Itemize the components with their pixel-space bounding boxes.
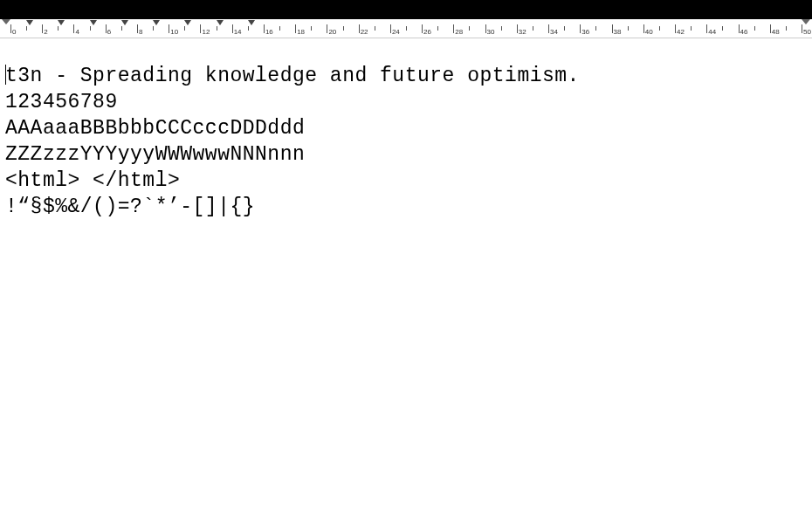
tab-stop-marker[interactable]	[184, 20, 191, 27]
svg-marker-9	[802, 19, 810, 24]
ruler-tick-minor	[437, 26, 438, 31]
ruler-tick-minor	[311, 26, 312, 31]
line-text: 123456789	[5, 91, 118, 113]
ruler-tick-major	[359, 24, 360, 33]
ruler-label: 6	[107, 28, 111, 36]
ruler-tick-minor	[501, 26, 502, 31]
ruler-tick-major	[327, 24, 327, 33]
ruler-tick-minor	[691, 26, 692, 31]
ruler-label: 38	[614, 28, 622, 36]
ruler-label: 44	[708, 28, 716, 36]
ruler-tick-major	[675, 24, 676, 33]
ruler-tick-minor	[375, 26, 375, 31]
ruler-tick-minor	[406, 26, 407, 31]
left-margin-marker[interactable]	[2, 19, 10, 28]
ruler-tick-major	[169, 24, 169, 33]
document-line: 123456789	[5, 89, 807, 115]
ruler-tick-minor	[628, 26, 629, 31]
ruler-tick-major	[390, 24, 391, 33]
ruler-tick-minor	[533, 26, 533, 31]
ruler-tick-minor	[786, 26, 787, 31]
svg-marker-0	[2, 19, 10, 24]
ruler-tick-major	[73, 24, 74, 33]
ruler-label: 10	[170, 28, 178, 36]
document-line: ZZZzzzYYYyyyWWWwwwNNNnnn	[5, 141, 807, 168]
svg-marker-5	[153, 20, 160, 25]
tab-stop-marker[interactable]	[217, 20, 224, 27]
ruler-tick-major	[264, 24, 265, 33]
svg-marker-8	[248, 20, 255, 25]
ruler-tick-major	[10, 24, 11, 33]
document-area[interactable]: t3n - Spreading knowledge and future opt…	[0, 38, 812, 225]
svg-marker-3	[90, 20, 97, 25]
ruler-tick-minor	[659, 26, 660, 31]
svg-marker-7	[217, 20, 224, 25]
ruler-label: 42	[677, 28, 685, 36]
line-text: !“§$%&/()=?`*’-[]|{}	[5, 195, 255, 218]
ruler-label: 36	[581, 28, 589, 36]
tab-stop-marker[interactable]	[248, 20, 255, 27]
ruler-label: 32	[519, 28, 526, 36]
ruler-area[interactable]: 0246810121416182022242628303234363840424…	[0, 19, 812, 38]
ruler-label: 22	[361, 28, 368, 36]
ruler-label: 20	[328, 28, 336, 36]
ruler-label: 4	[75, 28, 79, 36]
ruler-tick-major	[517, 24, 518, 33]
svg-marker-2	[58, 20, 65, 25]
tab-stop-marker[interactable]	[90, 20, 97, 27]
svg-marker-6	[184, 20, 191, 25]
ruler-label: 46	[740, 28, 748, 36]
ruler-label: 50	[803, 28, 811, 36]
tab-stop-marker[interactable]	[121, 20, 128, 27]
ruler-tick-major	[580, 24, 581, 33]
ruler-label: 28	[455, 28, 463, 36]
document-line: AAAaaaBBBbbbCCCcccDDDddd	[5, 115, 807, 141]
ruler-tick-minor	[754, 26, 755, 31]
ruler-tick-major	[106, 24, 107, 33]
tab-stop-marker[interactable]	[58, 20, 65, 27]
line-text: ZZZzzzYYYyyyWWWwwwNNNnnn	[5, 143, 305, 166]
ruler-tick-minor	[469, 26, 470, 31]
ruler-tick-major	[706, 24, 707, 33]
toolbar	[0, 0, 812, 19]
ruler-label: 26	[423, 28, 431, 36]
ruler-tick-major	[453, 24, 454, 33]
line-text: t3n - Spreading knowledge and future opt…	[5, 65, 580, 87]
ruler[interactable]: 0246810121416182022242628303234363840424…	[10, 19, 802, 38]
tab-stop-marker[interactable]	[26, 20, 33, 27]
ruler-label: 0	[12, 28, 16, 36]
ruler-tick-major	[295, 24, 296, 33]
ruler-label: 14	[234, 28, 242, 36]
ruler-tick-major	[548, 24, 549, 33]
ruler-label: 16	[265, 28, 273, 36]
ruler-tick-major	[770, 24, 771, 33]
ruler-tick-major	[42, 24, 43, 33]
ruler-tick-major	[422, 24, 423, 33]
ruler-tick-major	[612, 24, 613, 33]
ruler-label: 30	[487, 28, 495, 36]
ruler-label: 34	[550, 28, 558, 36]
ruler-label: 8	[139, 28, 142, 36]
ruler-label: 2	[44, 28, 47, 36]
ruler-tick-major	[200, 24, 201, 33]
ruler-tick-minor	[343, 26, 344, 31]
line-text: <html> </html>	[5, 169, 180, 192]
ruler-tick-major	[643, 24, 644, 33]
ruler-tick-major	[739, 24, 740, 33]
ruler-label: 48	[772, 28, 780, 36]
tab-stop-marker[interactable]	[153, 20, 160, 27]
ruler-tick-minor	[564, 26, 565, 31]
ruler-tick-major	[485, 24, 486, 33]
ruler-label: 40	[645, 28, 653, 36]
ruler-tick-minor	[722, 26, 723, 31]
ruler-tick-minor	[595, 26, 596, 31]
line-text: AAAaaaBBBbbbCCCcccDDDddd	[5, 117, 305, 140]
ruler-label: 24	[392, 28, 400, 36]
right-margin-marker[interactable]	[802, 19, 810, 28]
document-line: !“§$%&/()=?`*’-[]|{}	[5, 194, 807, 220]
ruler-label: 18	[297, 28, 305, 36]
document-line: <html> </html>	[5, 168, 807, 194]
ruler-tick-minor	[279, 26, 280, 31]
ruler-label: 12	[202, 28, 210, 36]
ruler-tick-major	[232, 24, 233, 33]
